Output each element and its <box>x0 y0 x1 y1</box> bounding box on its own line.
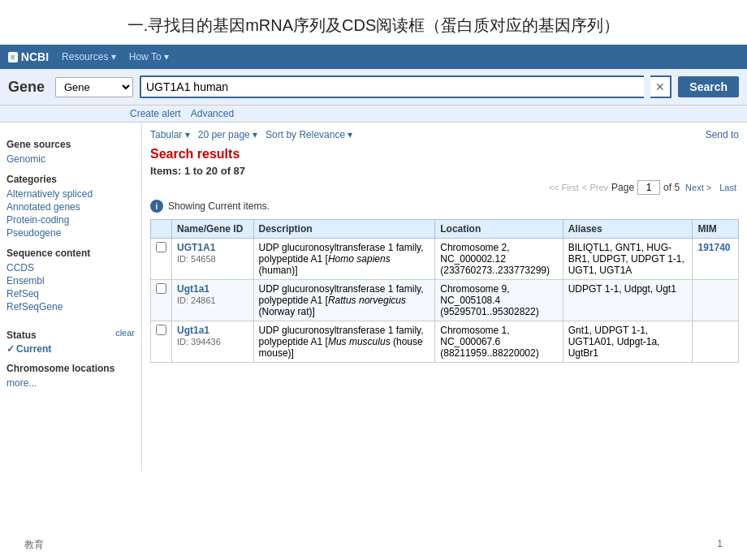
gene-aliases: Gnt1, UDPGT 1-1, UGT1A01, Udpgt-1a, UgtB… <box>563 321 693 363</box>
sidebar-ensembl[interactable]: Ensembl <box>6 274 135 287</box>
results-count: Items: 1 to 20 of 87 <box>150 165 739 177</box>
col-aliases: Aliases <box>563 220 693 239</box>
sidebar: Gene sources Genomic Categories Alternat… <box>0 123 142 472</box>
col-name-geneid: Name/Gene ID <box>172 220 254 239</box>
gene-location: Chromosome 2, NC_000002.12 (233760273..2… <box>435 239 563 280</box>
status-clear-link[interactable]: clear <box>115 328 135 338</box>
results-heading: Search results <box>150 147 739 162</box>
page-footer: 教育 1 <box>0 538 747 552</box>
content-area: Tabular ▾ 20 per page ▾ Sort by Relevanc… <box>142 123 747 472</box>
sidebar-annotated-genes[interactable]: Annotated genes <box>6 200 135 213</box>
status-title: Status <box>6 330 37 341</box>
gene-mim <box>693 321 739 363</box>
footer-right: 1 <box>717 538 723 552</box>
ncbi-logo-text: NCBI <box>21 50 49 63</box>
current-notice: i Showing Current items. <box>150 200 739 213</box>
sidebar-pseudogene[interactable]: Pseudogene <box>6 226 135 239</box>
row-checkbox[interactable] <box>156 325 166 335</box>
search-button[interactable]: Search <box>678 76 739 97</box>
toolbar-left: Tabular ▾ 20 per page ▾ Sort by Relevanc… <box>150 129 352 140</box>
gene-location: Chromosome 1, NC_000067.6 (88211959..882… <box>435 321 563 363</box>
tabular-button[interactable]: Tabular ▾ <box>150 129 190 140</box>
next-page-button[interactable]: Next > <box>683 182 714 193</box>
sidebar-current[interactable]: ✓ Current <box>6 343 135 355</box>
col-checkbox <box>151 220 172 239</box>
per-page-button[interactable]: 20 per page ▾ <box>198 129 257 140</box>
seq-content-title: Sequence content <box>6 248 135 259</box>
gene-name-link[interactable]: Ugt1a1 <box>177 283 209 295</box>
search-links: Create alert Advanced <box>0 106 747 123</box>
info-icon: i <box>150 200 163 213</box>
col-mim: MIM <box>693 220 739 239</box>
prev-page-disabled: < Prev <box>582 183 608 192</box>
page-of-label: of 5 <box>663 182 680 193</box>
species-name: Mus musculus <box>328 336 391 347</box>
page-label: Page <box>611 182 634 193</box>
search-clear-button[interactable]: ✕ <box>650 75 671 98</box>
gene-description: UDP glucuronosyltransferase 1 family, po… <box>253 239 435 280</box>
current-notice-text: Showing Current items. <box>168 200 270 212</box>
toolbar-row: Tabular ▾ 20 per page ▾ Sort by Relevanc… <box>150 129 739 140</box>
page-number-input[interactable] <box>637 180 660 195</box>
first-page-disabled: << First <box>549 183 579 192</box>
gene-id: ID: 394436 <box>177 337 221 347</box>
search-bar-area: Gene Gene PubMed Protein Nucleotide ✕ Se… <box>0 69 747 106</box>
categories-title: Categories <box>6 174 135 185</box>
gene-id: ID: 24861 <box>177 295 216 305</box>
col-location: Location <box>435 220 563 239</box>
gene-location: Chromosome 9, NC_005108.4 (95295701..953… <box>435 280 563 321</box>
row-checkbox[interactable] <box>156 242 166 252</box>
gene-mim <box>693 280 739 321</box>
mim-link[interactable]: 191740 <box>697 242 730 253</box>
db-label: Gene <box>8 79 49 96</box>
sidebar-refseq[interactable]: RefSeq <box>6 287 135 300</box>
table-row: UGT1A1ID: 54658UDP glucuronosyltransfera… <box>151 239 739 280</box>
send-to-button[interactable]: Send to <box>706 129 739 140</box>
footer-left: 教育 <box>24 538 44 552</box>
sidebar-more-link[interactable]: more... <box>6 377 135 390</box>
ncbi-logo: ≡ NCBI <box>8 50 49 63</box>
page-title: 一.寻找目的基因mRNA序列及CDS阅读框（蛋白质对应的基因序列） <box>0 0 747 45</box>
current-label: Current <box>16 343 51 355</box>
gene-mim: 191740 <box>693 239 739 280</box>
status-row: Status clear <box>6 321 135 343</box>
advanced-search-link[interactable]: Advanced <box>191 108 234 119</box>
gene-description: UDP glucuronosyltransferase 1 family, po… <box>253 321 435 363</box>
gene-aliases: UDPGT 1-1, Udpgt, Ugt1 <box>563 280 693 321</box>
table-row: Ugt1a1ID: 394436UDP glucuronosyltransfer… <box>151 321 739 363</box>
sidebar-alt-spliced[interactable]: Alternatively spliced <box>6 187 135 200</box>
checkmark-icon: ✓ <box>6 343 15 355</box>
species-name: Homo sapiens <box>328 253 391 265</box>
table-row: Ugt1a1ID: 24861UDP glucuronosyltransfera… <box>151 280 739 321</box>
sidebar-refseqgene[interactable]: RefSeqGene <box>6 300 135 313</box>
ncbi-logo-icon: ≡ <box>8 52 18 62</box>
resources-nav[interactable]: Resources ▾ <box>62 51 116 62</box>
create-alert-link[interactable]: Create alert <box>130 108 181 119</box>
chr-locations-title: Chromosome locations <box>6 363 135 374</box>
col-description: Description <box>253 220 435 239</box>
gene-aliases: BILIQTL1, GNT1, HUG-BR1, UDPGT, UDPGT 1-… <box>563 239 693 280</box>
sidebar-ccds[interactable]: CCDS <box>6 261 135 274</box>
sort-button[interactable]: Sort by Relevance ▾ <box>266 129 352 140</box>
main-layout: Gene sources Genomic Categories Alternat… <box>0 123 747 472</box>
ncbi-header: ≡ NCBI Resources ▾ How To ▾ <box>0 45 747 69</box>
db-select[interactable]: Gene PubMed Protein Nucleotide <box>55 77 133 97</box>
pagination-row: << First < Prev Page of 5 Next > Last <box>150 180 739 195</box>
results-table: Name/Gene ID Description Location Aliase… <box>150 219 739 363</box>
last-page-button[interactable]: Last <box>717 182 739 193</box>
sidebar-protein-coding[interactable]: Protein-coding <box>6 213 135 226</box>
gene-description: UDP glucuronosyltransferase 1 family, po… <box>253 280 435 321</box>
gene-sources-title: Gene sources <box>6 139 135 150</box>
gene-name-link[interactable]: UGT1A1 <box>177 242 215 253</box>
gene-name-link[interactable]: Ugt1a1 <box>177 325 209 336</box>
sidebar-genomic-link[interactable]: Genomic <box>6 153 135 166</box>
row-checkbox[interactable] <box>156 283 166 294</box>
gene-id: ID: 54658 <box>177 254 216 264</box>
search-input[interactable] <box>140 75 644 98</box>
species-name: Rattus norvegicus <box>328 295 406 306</box>
howto-nav[interactable]: How To ▾ <box>129 51 169 62</box>
